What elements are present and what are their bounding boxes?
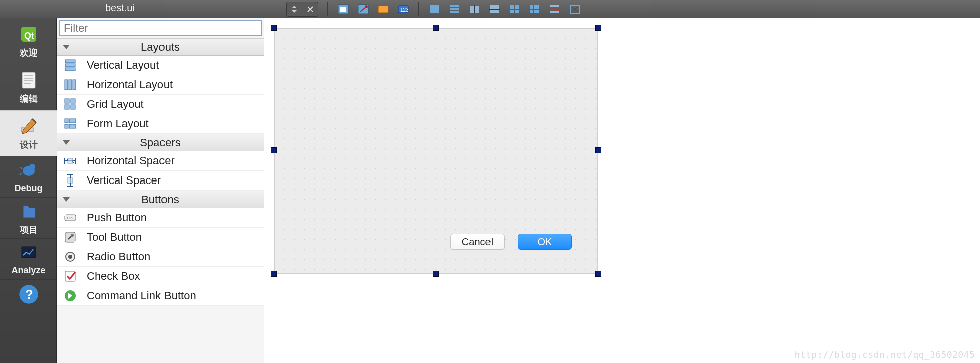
svg-text:Qt: Qt xyxy=(24,31,34,41)
svg-point-71 xyxy=(68,255,72,259)
widget-label: Vertical Layout xyxy=(87,59,159,72)
widget-vertical-layout[interactable]: Vertical Layout xyxy=(57,56,264,75)
edit-widgets-icon[interactable] xyxy=(334,1,353,18)
svg-rect-18 xyxy=(475,6,479,13)
chevron-down-icon xyxy=(63,197,70,202)
category-header-spacers[interactable]: Spacers xyxy=(57,134,264,151)
svg-rect-31 xyxy=(550,5,559,7)
layout-horizontal-icon[interactable] xyxy=(425,1,444,18)
form-widget[interactable]: Cancel OK xyxy=(274,28,598,274)
mode-design[interactable]: 设计 xyxy=(0,110,57,156)
svg-rect-63 xyxy=(69,124,76,128)
svg-rect-32 xyxy=(550,11,559,13)
resize-handle-e[interactable] xyxy=(595,147,601,153)
widget-label: Vertical Spacer xyxy=(87,174,161,187)
svg-rect-27 xyxy=(530,5,533,9)
resize-handle-se[interactable] xyxy=(595,271,601,277)
ok-button[interactable]: OK xyxy=(518,234,572,250)
svg-rect-56 xyxy=(65,99,69,103)
resize-handle-ne[interactable] xyxy=(595,25,601,31)
category-header-buttons[interactable]: Buttons xyxy=(57,191,264,208)
adjust-size-icon[interactable] xyxy=(565,1,584,18)
cancel-button[interactable]: Cancel xyxy=(450,234,505,250)
category-header-layouts[interactable]: Layouts xyxy=(57,38,264,56)
layout-hsplit-icon[interactable] xyxy=(465,1,484,18)
svg-rect-58 xyxy=(65,105,69,109)
widget-vertical-spacer[interactable]: Vertical Spacer xyxy=(57,171,264,191)
svg-rect-12 xyxy=(433,5,436,13)
grid-layout-icon xyxy=(63,97,78,112)
category-label: Layouts xyxy=(57,41,264,54)
vertical-layout-icon xyxy=(63,58,78,73)
mode-project[interactable]: 项目 xyxy=(0,198,57,239)
resize-handle-s[interactable] xyxy=(433,271,439,277)
layout-grid-icon[interactable] xyxy=(505,1,524,18)
svg-rect-26 xyxy=(515,10,519,13)
tool-button-icon xyxy=(63,230,78,245)
svg-rect-62 xyxy=(65,124,68,128)
widget-check-box[interactable]: Check Box xyxy=(57,267,264,286)
widget-push-button[interactable]: OK Push Button xyxy=(57,208,264,228)
design-canvas[interactable]: Cancel OK xyxy=(264,18,980,363)
svg-rect-20 xyxy=(490,5,499,9)
edit-taborder-icon[interactable]: 123 xyxy=(394,1,413,18)
titlebar: best.ui 123 xyxy=(0,0,980,18)
layout-vertical-icon[interactable] xyxy=(445,1,464,18)
widget-horizontal-spacer[interactable]: Horizontal Spacer xyxy=(57,151,264,171)
svg-rect-50 xyxy=(65,60,75,63)
layout-vsplit-icon[interactable] xyxy=(485,1,504,18)
widget-horizontal-layout[interactable]: Horizontal Layout xyxy=(57,75,264,95)
svg-rect-8 xyxy=(378,6,388,13)
widget-label: Push Button xyxy=(87,211,147,224)
titlebar-history xyxy=(286,0,318,18)
mode-help[interactable]: ? xyxy=(0,280,57,309)
widget-radio-button[interactable]: Radio Button xyxy=(57,247,264,267)
svg-rect-16 xyxy=(450,11,459,13)
svg-rect-17 xyxy=(470,6,474,13)
separator xyxy=(327,2,328,16)
watermark: http://blog.csdn.net/qq_36502045 xyxy=(794,349,975,360)
svg-rect-55 xyxy=(73,80,76,90)
svg-rect-21 xyxy=(490,10,499,13)
break-layout-icon[interactable] xyxy=(545,1,564,18)
radio-button-icon xyxy=(63,249,78,264)
document-title: best.ui xyxy=(105,2,135,14)
mode-analyze[interactable]: Analyze xyxy=(0,239,57,280)
svg-text:OK: OK xyxy=(67,216,73,220)
widget-label: Tool Button xyxy=(87,231,142,244)
resize-handle-n[interactable] xyxy=(433,25,439,31)
widget-box: Layouts Vertical Layout Horizontal Layou… xyxy=(57,18,264,363)
edit-signals-icon[interactable] xyxy=(354,1,373,18)
svg-rect-28 xyxy=(534,5,539,9)
mode-edit[interactable]: 编辑 xyxy=(0,64,57,110)
widget-filter-input[interactable] xyxy=(59,20,262,36)
widget-label: Grid Layout xyxy=(87,98,144,111)
horizontal-layout-icon xyxy=(63,77,78,92)
widget-command-link-button[interactable]: Command Link Button xyxy=(57,286,264,306)
close-document-button[interactable] xyxy=(302,2,318,17)
svg-line-33 xyxy=(551,8,559,11)
svg-marker-0 xyxy=(292,6,297,8)
widget-form-layout[interactable]: Form Layout xyxy=(57,114,264,134)
resize-handle-w[interactable] xyxy=(271,147,277,153)
svg-rect-5 xyxy=(340,7,346,12)
mode-welcome[interactable]: Qt 欢迎 xyxy=(0,18,57,64)
command-link-icon xyxy=(63,288,78,303)
widget-tool-button[interactable]: Tool Button xyxy=(57,228,264,247)
resize-handle-sw[interactable] xyxy=(271,271,277,277)
chevron-down-icon xyxy=(63,45,70,49)
resize-handle-nw[interactable] xyxy=(271,25,277,31)
svg-rect-13 xyxy=(436,5,439,13)
mode-label: 欢迎 xyxy=(20,47,38,59)
svg-point-69 xyxy=(71,234,74,237)
svg-text:?: ? xyxy=(25,287,33,301)
widget-grid-layout[interactable]: Grid Layout xyxy=(57,95,264,114)
svg-rect-54 xyxy=(69,80,72,90)
history-dropdown-button[interactable] xyxy=(286,2,302,17)
svg-rect-65 xyxy=(68,178,73,183)
svg-rect-51 xyxy=(65,64,75,67)
svg-rect-52 xyxy=(65,68,75,71)
mode-debug[interactable]: Debug xyxy=(0,156,57,198)
layout-form-icon[interactable] xyxy=(525,1,544,18)
edit-buddies-icon[interactable] xyxy=(374,1,393,18)
